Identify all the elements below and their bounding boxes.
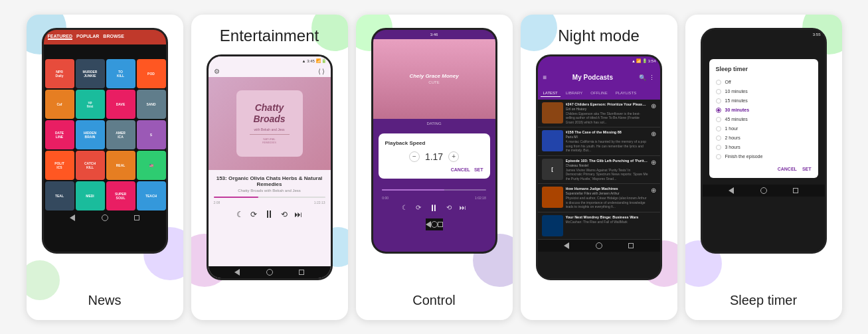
set-button[interactable]: SET bbox=[474, 167, 483, 172]
list-item[interactable]: #247 Childers Eperson: Prioritize Your P… bbox=[538, 100, 660, 128]
list-item[interactable]: DAVE bbox=[106, 90, 135, 119]
list-item[interactable]: CATCHKILL bbox=[76, 151, 105, 180]
skip-icon[interactable]: ⏭ bbox=[294, 210, 302, 219]
list-item[interactable]: 🇺🇸 bbox=[137, 151, 166, 180]
moon-icon[interactable]: ☾ bbox=[402, 204, 408, 211]
episode-title: 153: Organic Olivia Chats Herbs & Natura… bbox=[214, 175, 325, 187]
list-item[interactable]: HIDDENBRAIN bbox=[76, 120, 105, 149]
play-pause-button[interactable]: ⏸ bbox=[429, 203, 438, 213]
sleep-option-2h[interactable]: 2 hours bbox=[716, 133, 812, 143]
playback-speed-dialog[interactable]: Playback Speed − 1.17 + CANCEL SET bbox=[379, 133, 490, 179]
episode-options-icon[interactable]: ⊕ bbox=[651, 130, 656, 153]
forward-icon[interactable]: ⟲ bbox=[281, 210, 288, 219]
tab-playlists[interactable]: Playlists bbox=[613, 90, 640, 97]
tab-featured[interactable]: Featured bbox=[48, 34, 73, 40]
radio-45[interactable] bbox=[716, 117, 721, 122]
option-label: 30 minutes bbox=[725, 108, 750, 112]
phone-screen-night-mode: ▲ 📶 🔋 3:54 ≡ My Podcasts 🔍 ⋮ Latest Libr… bbox=[538, 56, 660, 278]
list-item[interactable]: MEDI bbox=[76, 181, 105, 210]
radio-2h[interactable] bbox=[716, 135, 721, 141]
list-item[interactable]: REAL bbox=[106, 151, 135, 180]
rewind-icon[interactable]: ⟳ bbox=[416, 204, 421, 211]
tab-popular[interactable]: Popular bbox=[76, 34, 99, 40]
play-pause-button[interactable]: ⏸ bbox=[264, 209, 274, 220]
sleep-option-1h[interactable]: 1 hour bbox=[716, 124, 812, 133]
radio-off[interactable] bbox=[716, 80, 721, 85]
sleep-timer-screen: 3:55 Sleep timer Off 10 minutes bbox=[703, 30, 825, 252]
radio-3h[interactable] bbox=[716, 145, 721, 150]
tab-library[interactable]: Library bbox=[563, 90, 586, 97]
forward-icon[interactable]: ⟲ bbox=[446, 204, 452, 211]
list-item[interactable]: SUPERSOUL bbox=[106, 181, 135, 210]
list-item[interactable]: SAND bbox=[137, 90, 166, 119]
list-item[interactable]: TEAL bbox=[45, 181, 74, 210]
phone-nav-bar bbox=[703, 185, 825, 197]
list-item[interactable]: POLITICS bbox=[45, 151, 74, 180]
back-icon bbox=[564, 242, 569, 249]
list-item[interactable]: upfirst bbox=[76, 90, 105, 119]
list-item[interactable]: S bbox=[137, 120, 166, 149]
list-item[interactable]: [ Episode 103: The Glib Left-Punching of… bbox=[538, 156, 660, 185]
sleep-option-45[interactable]: 45 minutes bbox=[716, 115, 812, 124]
radio-finish[interactable] bbox=[716, 154, 721, 159]
recents-icon bbox=[438, 222, 443, 227]
list-item[interactable]: Caf bbox=[45, 90, 74, 119]
episode-thumbnail bbox=[542, 215, 563, 236]
moon-icon[interactable]: ☾ bbox=[236, 210, 244, 219]
skip-icon[interactable]: ⏭ bbox=[460, 204, 466, 211]
sleep-timer-buttons: CANCEL SET bbox=[716, 167, 812, 171]
ctrl-progress[interactable] bbox=[382, 189, 485, 191]
more-icon[interactable]: ⋮ bbox=[649, 74, 655, 81]
sleep-option-3h[interactable]: 3 hours bbox=[716, 143, 812, 152]
sleep-option-finish[interactable]: Finish the episode bbox=[716, 152, 812, 161]
episode-author: Superstellar Files with Jensen Arthur bbox=[566, 191, 648, 195]
list-item[interactable]: #158 The Case of the Missing 88 Paris MI… bbox=[538, 127, 660, 156]
list-item[interactable]: Your Next Wondrey Binge: Business Wars M… bbox=[538, 212, 660, 240]
sleep-timer-dialog[interactable]: Sleep timer Off 10 minutes 15 minutes bbox=[709, 59, 818, 178]
list-item[interactable]: POD bbox=[137, 59, 166, 88]
tab-latest[interactable]: Latest bbox=[541, 90, 561, 97]
search-icon[interactable]: 🔍 bbox=[639, 74, 646, 81]
list-item[interactable]: How Humans Judge Machines Superstellar F… bbox=[538, 184, 660, 212]
list-item[interactable]: NPRDaily bbox=[45, 59, 74, 88]
status-bar: 3:55 bbox=[703, 30, 825, 39]
increase-speed-button[interactable]: + bbox=[448, 151, 459, 162]
episode-info: Your Next Wondrey Binge: Business Wars M… bbox=[566, 215, 656, 236]
sleep-option-10[interactable]: 10 minutes bbox=[716, 87, 812, 96]
radio-15[interactable] bbox=[716, 98, 721, 104]
episode-options-icon[interactable]: ⊕ bbox=[651, 187, 656, 209]
phone-screen-control: 3:46 Chely Grace Money CUTE DATING bbox=[373, 30, 495, 252]
sleep-option-off[interactable]: Off bbox=[716, 78, 812, 87]
sleep-option-15[interactable]: 15 minutes bbox=[716, 96, 812, 106]
tab-offline[interactable]: Offline bbox=[588, 90, 610, 97]
episode-title: Episode 103: The Glib Left-Punching of '… bbox=[566, 159, 648, 163]
cancel-button[interactable]: CANCEL bbox=[778, 167, 797, 171]
radio-10[interactable] bbox=[716, 89, 721, 94]
menu-icon[interactable]: ≡ bbox=[543, 74, 547, 81]
rewind-icon[interactable]: ⟳ bbox=[250, 210, 257, 219]
decrease-speed-button[interactable]: − bbox=[409, 151, 420, 162]
progress-bar[interactable] bbox=[214, 197, 325, 198]
radio-1h[interactable] bbox=[716, 126, 721, 131]
list-item[interactable]: TEACH bbox=[137, 181, 166, 210]
list-item[interactable]: TOKILL bbox=[106, 59, 135, 88]
list-item[interactable]: AMERICA bbox=[106, 120, 135, 149]
episode-options-icon[interactable]: ⊕ bbox=[651, 159, 656, 181]
episode-desc: James Vivino Warns Against 'Purity Tests… bbox=[566, 168, 648, 181]
cancel-button[interactable]: CANCEL bbox=[451, 167, 470, 172]
list-item[interactable]: MURDERJUNKIE bbox=[76, 59, 105, 88]
card-news-label: News bbox=[27, 293, 183, 308]
dialog-buttons: CANCEL SET bbox=[385, 167, 483, 172]
set-button[interactable]: SET bbox=[802, 167, 812, 171]
radio-30[interactable] bbox=[716, 108, 721, 113]
option-label: 2 hours bbox=[725, 135, 740, 140]
recents-icon bbox=[299, 270, 304, 275]
ctrl-episode-info: DATING bbox=[421, 119, 446, 128]
header-title: My Podcasts bbox=[549, 74, 636, 81]
tab-browse[interactable]: Browse bbox=[103, 34, 124, 40]
list-item[interactable]: DATELINE bbox=[45, 120, 74, 149]
header-tabs: Featured Popular Browse bbox=[48, 34, 124, 40]
sleep-option-30[interactable]: 30 minutes bbox=[716, 106, 812, 115]
ctrl-episode-text: DATING bbox=[426, 122, 441, 125]
episode-options-icon[interactable]: ⊕ bbox=[651, 102, 656, 125]
